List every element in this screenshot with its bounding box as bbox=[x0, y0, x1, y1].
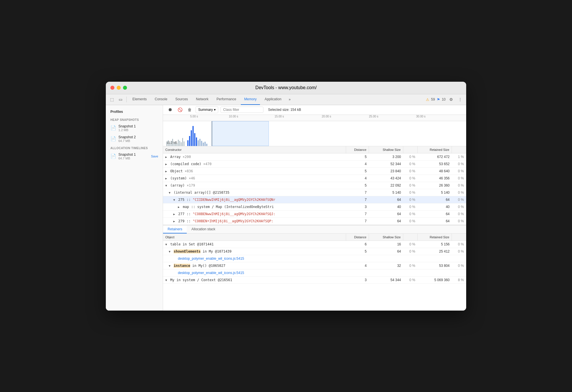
ruler-mark-5s: 5.00 s bbox=[190, 115, 198, 118]
table-row[interactable]: ▶ 277 :: "CO8BENwwIhMIj6j8i__agQMVy2GYCh… bbox=[163, 211, 466, 218]
expand-icon[interactable]: ▼ bbox=[173, 198, 175, 201]
td-distance: 4 bbox=[346, 161, 369, 167]
td-constructor: ▼ (array) ×179 bbox=[163, 182, 346, 189]
expand-icon[interactable]: ▼ bbox=[169, 264, 170, 267]
expand-icon[interactable]: ▼ bbox=[165, 279, 167, 282]
warning-icon: ⚠ bbox=[426, 97, 429, 102]
btr-link[interactable]: desktop_polymer_enable_wil_icons.js:5415 bbox=[163, 255, 346, 262]
expand-icon[interactable]: ▶ bbox=[173, 220, 175, 223]
th-retained: Retained Size bbox=[418, 146, 452, 153]
blue-bar-10 bbox=[203, 143, 204, 146]
tab-network[interactable]: Network bbox=[192, 94, 212, 105]
table-row[interactable]: ▶ 279 :: "CO0BEN•IhMIj6j8i__agQMVy2GYCh2… bbox=[163, 218, 466, 225]
bar-9 bbox=[178, 140, 179, 146]
blue-bar-9 bbox=[201, 141, 202, 146]
summary-dropdown[interactable]: Summary ▾ bbox=[196, 106, 218, 113]
td-shallow: 3 200 bbox=[369, 153, 403, 160]
table-row[interactable]: ▶ Object ×836 5 23 840 0 % 48 640 0 % bbox=[163, 168, 466, 175]
table-row[interactable]: ▶ (compiled code) ×470 4 52 344 0 % 53 6… bbox=[163, 161, 466, 168]
expand-icon[interactable]: ▶ bbox=[165, 163, 167, 166]
bottom-tabs: Retainers Allocation stack bbox=[163, 225, 466, 234]
list-item[interactable]: ▼ table in Set @1071441 6 16 0 % 5 156 0… bbox=[163, 241, 466, 248]
tab-retainers[interactable]: Retainers bbox=[163, 225, 187, 233]
td-retained-pct: 0 % bbox=[452, 196, 466, 203]
table-row[interactable]: ▼ 275 :: "CIIDENwwIhMIj6j8i__agQMVy2GYCh… bbox=[163, 196, 466, 203]
bar-10 bbox=[179, 141, 180, 146]
th-shallow-pct bbox=[403, 146, 418, 153]
snapshot-item-1[interactable]: 📄 Snapshot 1 1.2 MB bbox=[108, 123, 160, 133]
snapshot-item-2[interactable]: 📄 Snapshot 2 64.7 MB bbox=[108, 133, 160, 144]
more-options-icon[interactable]: ⋮ bbox=[456, 96, 464, 103]
tab-console[interactable]: Console bbox=[151, 94, 171, 105]
device-icon[interactable]: ▭ bbox=[117, 96, 124, 103]
sidebar-title: Profiles bbox=[108, 109, 160, 116]
btr-link2[interactable]: desktop_polymer_enable_wil_icons.js:5415 bbox=[163, 269, 346, 276]
expand-icon[interactable]: ▶ bbox=[165, 177, 167, 180]
table-row[interactable]: ▶ (system) ×46 4 43 424 0 % 46 356 0 % bbox=[163, 175, 466, 182]
expand-icon[interactable]: ▶ bbox=[165, 170, 167, 173]
table-row[interactable]: ▶ map :: system / Map (InternalizedOneBy… bbox=[163, 203, 466, 211]
info-count[interactable]: 10 bbox=[442, 97, 446, 101]
expand-icon[interactable]: ▼ bbox=[169, 191, 170, 194]
btr-retained: 5 156 bbox=[418, 241, 452, 248]
td-shallow: 23 840 bbox=[369, 168, 403, 175]
td-distance: 5 bbox=[346, 153, 369, 160]
btr-s1 bbox=[369, 255, 403, 262]
expand-icon[interactable]: ▶ bbox=[173, 213, 175, 216]
td-retained: 64 bbox=[418, 218, 452, 225]
th-retained-pct bbox=[452, 146, 466, 153]
minimize-button[interactable] bbox=[117, 86, 121, 90]
expand-icon[interactable]: ▼ bbox=[169, 250, 170, 253]
btr-shallow: 64 bbox=[369, 248, 403, 255]
list-item[interactable]: ▼ shownElements in My @1071439 5 64 0 % … bbox=[163, 248, 466, 255]
source-link-1[interactable]: desktop_polymer_enable_wil_icons.js:5415 bbox=[178, 257, 244, 261]
timeline-label: 10.2 kB bbox=[166, 141, 177, 144]
timeline[interactable]: 5.00 s 10.00 s 15.00 s 20.00 s 25.00 s 3… bbox=[163, 115, 466, 146]
class-filter-input[interactable] bbox=[221, 107, 263, 113]
save-button[interactable]: Save bbox=[151, 155, 158, 158]
warning-count[interactable]: 59 bbox=[431, 97, 435, 101]
td-retained: 5 140 bbox=[418, 189, 452, 196]
list-item[interactable]: ▼ My in system / Context @216561 3 54 34… bbox=[163, 277, 466, 284]
clear-icon[interactable]: 🚫 bbox=[176, 106, 184, 113]
tab-application[interactable]: Application bbox=[261, 94, 285, 105]
td-shallow-pct: 0 % bbox=[403, 182, 418, 189]
expand-icon[interactable]: ▶ bbox=[178, 205, 180, 209]
td-shallow-pct: 0 % bbox=[403, 196, 418, 203]
table-row[interactable]: ▼ (internal array)[] @2150735 7 5 140 0 … bbox=[163, 189, 466, 196]
bth-retained-pct bbox=[452, 234, 466, 241]
td-constructor: ▶ 279 :: "CO0BEN•IhMIj6j8i__agQMVy2GYCh2… bbox=[163, 218, 346, 225]
alloc-snapshot-icon: 📄 bbox=[110, 153, 116, 159]
cursor-icon[interactable]: ⬚ bbox=[108, 96, 116, 103]
tab-allocation-stack[interactable]: Allocation stack bbox=[187, 225, 220, 233]
tab-sources[interactable]: Sources bbox=[172, 94, 191, 105]
tab-memory[interactable]: Memory bbox=[241, 94, 260, 105]
table-row[interactable]: ▶ Array ×200 5 3 200 0 % 672 472 1 % bbox=[163, 153, 466, 161]
list-item[interactable]: desktop_polymer_enable_wil_icons.js:5415 bbox=[163, 269, 466, 277]
expand-icon[interactable]: ▼ bbox=[165, 184, 167, 187]
blue-bar-11 bbox=[204, 142, 206, 146]
close-button[interactable] bbox=[110, 86, 114, 90]
bar-13 bbox=[184, 141, 184, 146]
blue-bar-12 bbox=[206, 144, 207, 146]
settings-icon[interactable]: ⚙ bbox=[447, 96, 455, 103]
snapshot-2-size: 64.7 MB bbox=[118, 139, 158, 143]
delete-icon[interactable]: 🗑 bbox=[186, 106, 193, 113]
main-toolbar: ⬚ ▭ Elements Console Sources Network Per… bbox=[106, 94, 466, 105]
alloc-snapshot-item-1[interactable]: 📄 Snapshot 1 64.7 MB Save bbox=[108, 151, 160, 162]
list-item[interactable]: ▼ instance in My() @1065027 4 32 0 % 53 … bbox=[163, 262, 466, 269]
bar-11 bbox=[181, 142, 182, 146]
btr-retained: 53 804 bbox=[418, 262, 452, 269]
tab-elements[interactable]: Elements bbox=[129, 94, 150, 105]
expand-icon[interactable]: ▶ bbox=[165, 155, 167, 159]
more-tabs-icon[interactable]: » bbox=[286, 96, 293, 103]
expand-icon[interactable]: ▼ bbox=[165, 243, 167, 246]
fullscreen-button[interactable] bbox=[123, 86, 127, 90]
list-item[interactable]: desktop_polymer_enable_wil_icons.js:5415 bbox=[163, 255, 466, 262]
table-row[interactable]: ▼ (array) ×179 5 22 092 0 % 26 360 0 % bbox=[163, 182, 466, 189]
source-link-2[interactable]: desktop_polymer_enable_wil_icons.js:5415 bbox=[178, 271, 244, 275]
constructor-table: Constructor Distance Shallow Size Retain… bbox=[163, 146, 466, 225]
record-button[interactable]: ⏺ bbox=[166, 106, 174, 113]
tab-performance[interactable]: Performance bbox=[213, 94, 240, 105]
td-shallow: 64 bbox=[369, 196, 403, 203]
